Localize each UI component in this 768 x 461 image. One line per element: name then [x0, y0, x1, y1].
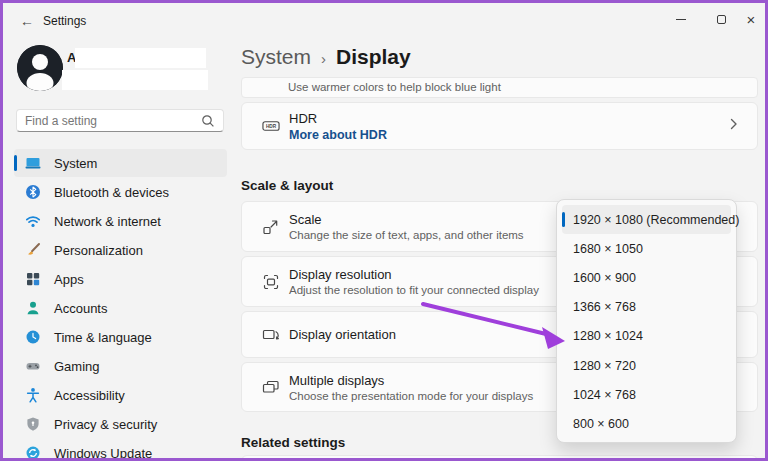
dropdown-option-label: 1024 × 768: [573, 388, 636, 402]
resolution-dropdown: 1920 × 1080 (Recommended) 1680 × 1050 16…: [556, 199, 737, 443]
hdr-title: HDR: [289, 111, 387, 126]
multiple-displays-title: Multiple displays: [289, 373, 533, 388]
brush-icon: [25, 242, 41, 258]
sidebar-item-bluetooth-devices[interactable]: Bluetooth & devices: [14, 178, 227, 206]
dropdown-option-800x600[interactable]: 800 × 600: [562, 409, 731, 438]
sidebar-item-accessibility[interactable]: Accessibility: [14, 381, 227, 409]
sidebar-item-windows-update[interactable]: Windows Update: [14, 439, 227, 461]
bluetooth-icon: [25, 184, 41, 200]
hdr-icon: HDR: [262, 117, 280, 135]
search-box[interactable]: [16, 109, 224, 132]
dropdown-option-1280x1024[interactable]: 1280 × 1024: [562, 322, 731, 351]
search-icon: [201, 114, 215, 128]
sidebar-item-label: Bluetooth & devices: [54, 185, 169, 200]
avatar[interactable]: [17, 45, 63, 91]
sidebar-item-label: Gaming: [54, 359, 100, 374]
accessibility-person-icon: [25, 387, 41, 403]
dropdown-option-label: 1280 × 1024: [573, 329, 643, 343]
sidebar-item-personalization[interactable]: Personalization: [14, 236, 227, 264]
person-silhouette-icon: [17, 45, 63, 91]
sidebar-item-system[interactable]: System: [14, 149, 227, 177]
update-icon: [25, 445, 41, 461]
sidebar-item-label: Apps: [54, 272, 84, 287]
chevron-right-icon: [729, 116, 739, 136]
dropdown-option-1366x768[interactable]: 1366 × 768: [562, 293, 731, 322]
display-resolution-subtitle: Adjust the resolution to fit your connec…: [289, 284, 539, 296]
breadcrumb-separator-icon: ›: [321, 50, 326, 67]
dropdown-option-label: 1680 × 1050: [573, 242, 643, 256]
section-scale-layout: Scale & layout: [241, 178, 333, 193]
night-light-card-clipped[interactable]: Use warmer colors to help block blue lig…: [241, 77, 758, 98]
dropdown-option-1600x900[interactable]: 1600 × 900: [562, 263, 731, 292]
sidebar-item-label: Time & language: [54, 330, 152, 345]
dropdown-option-1024x768[interactable]: 1024 × 768: [562, 380, 731, 409]
display-orientation-icon: [262, 326, 280, 344]
dropdown-option-label: 1600 × 900: [573, 271, 636, 285]
dropdown-option-1920x1080[interactable]: 1920 × 1080 (Recommended): [562, 205, 731, 234]
redacted-email: [62, 70, 208, 90]
settings-window: ← Settings × A System Bluetooth & device…: [0, 0, 768, 461]
sidebar-item-label: Accounts: [54, 301, 107, 316]
selected-option-indicator: [562, 212, 565, 227]
apps-grid-icon: [25, 271, 41, 287]
sidebar-item-label: Windows Update: [54, 446, 152, 461]
person-icon: [25, 300, 41, 316]
dropdown-option-label: 1920 × 1080 (Recommended): [573, 213, 739, 227]
dropdown-option-1280x720[interactable]: 1280 × 720: [562, 351, 731, 380]
dropdown-option-1680x1050[interactable]: 1680 × 1050: [562, 234, 731, 263]
dropdown-option-label: 1280 × 720: [573, 359, 636, 373]
clock-globe-icon: [25, 329, 41, 345]
wifi-icon: [25, 213, 41, 229]
sidebar-item-privacy-security[interactable]: Privacy & security: [14, 410, 227, 438]
scale-subtitle: Change the size of text, apps, and other…: [289, 229, 524, 241]
scale-icon: [262, 218, 280, 236]
display-orientation-title: Display orientation: [289, 327, 396, 342]
sidebar-item-network-internet[interactable]: Network & internet: [14, 207, 227, 235]
sidebar-item-apps[interactable]: Apps: [14, 265, 227, 293]
breadcrumb-display: Display: [336, 45, 411, 69]
back-button[interactable]: ←: [15, 11, 39, 31]
system-icon: [25, 155, 41, 171]
window-title: Settings: [43, 14, 86, 28]
breadcrumb: System › Display: [241, 45, 411, 69]
close-icon: ×: [747, 12, 756, 27]
sidebar-item-label: Personalization: [54, 243, 143, 258]
sidebar-item-time-language[interactable]: Time & language: [14, 323, 227, 351]
dropdown-option-label: 800 × 600: [573, 417, 629, 431]
selected-indicator: [14, 155, 17, 171]
sidebar-item-label: Network & internet: [54, 214, 161, 229]
section-related-settings: Related settings: [241, 435, 345, 450]
sidebar-item-label: Accessibility: [54, 388, 125, 403]
breadcrumb-system[interactable]: System: [241, 45, 311, 69]
maximize-icon: [717, 15, 726, 24]
more-about-hdr-link[interactable]: More about HDR: [289, 128, 387, 142]
multiple-displays-subtitle: Choose the presentation mode for your di…: [289, 390, 533, 402]
multiple-displays-icon: [262, 378, 280, 396]
related-settings-card-clipped[interactable]: [241, 455, 758, 461]
night-light-subtitle: Use warmer colors to help block blue lig…: [288, 81, 501, 93]
display-resolution-icon: [262, 273, 280, 291]
svg-text:HDR: HDR: [266, 124, 277, 129]
sidebar-item-label: Privacy & security: [54, 417, 157, 432]
gamepad-icon: [25, 358, 41, 374]
sidebar-item-label: System: [54, 156, 97, 171]
redacted-username: [75, 48, 206, 68]
sidebar-item-gaming[interactable]: Gaming: [14, 352, 227, 380]
sidebar-item-accounts[interactable]: Accounts: [14, 294, 227, 322]
dropdown-option-label: 1366 × 768: [573, 300, 636, 314]
shield-icon: [25, 416, 41, 432]
close-button[interactable]: ×: [731, 5, 768, 33]
hdr-card[interactable]: HDR HDR More about HDR: [241, 102, 758, 150]
search-input[interactable]: [25, 114, 201, 128]
minimize-icon: [676, 19, 686, 20]
minimize-button[interactable]: [661, 5, 701, 33]
scale-title: Scale: [289, 212, 524, 227]
display-resolution-title: Display resolution: [289, 267, 539, 282]
